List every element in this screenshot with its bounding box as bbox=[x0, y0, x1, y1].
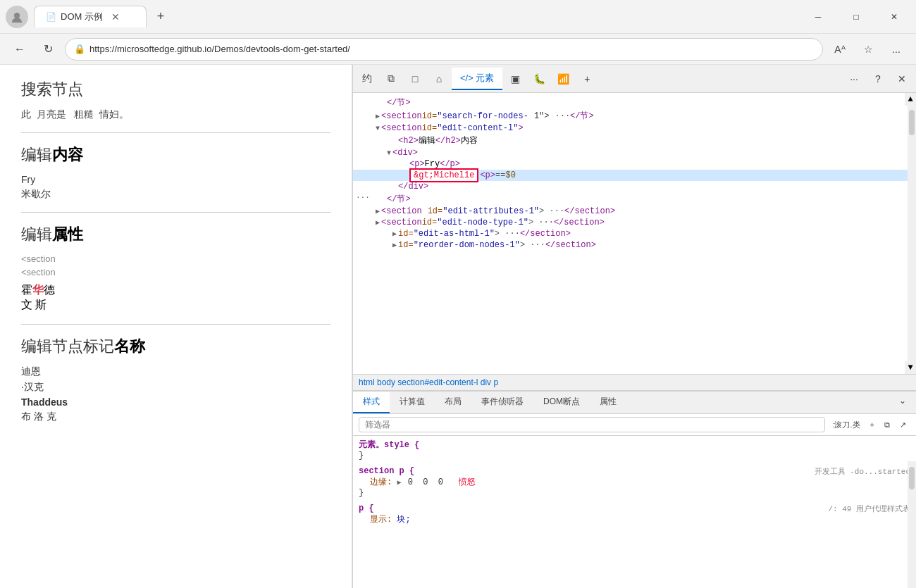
list-item: 布 洛 克 bbox=[21, 411, 330, 423]
highlighted-node: &gt;Michel1e bbox=[409, 168, 478, 182]
dom-line: <section id= "edit-node-type-1" > ··· </… bbox=[353, 217, 916, 228]
list-item: 霍华德 bbox=[21, 283, 330, 298]
lock-icon: 🔒 bbox=[74, 44, 85, 54]
list-item: Thaddeus bbox=[21, 396, 330, 408]
dom-line: </div> bbox=[353, 181, 916, 192]
expand-icon[interactable] bbox=[392, 229, 397, 239]
add-rule-button[interactable]: + bbox=[866, 419, 879, 430]
left-dots: ··· bbox=[356, 193, 370, 201]
profile-avatar[interactable] bbox=[6, 6, 28, 28]
section2-list: Fry 米歇尔 bbox=[21, 174, 330, 201]
dom-scrollbar-thumb[interactable] bbox=[909, 110, 915, 135]
section3-divider bbox=[21, 324, 330, 325]
expand-icon[interactable] bbox=[376, 123, 380, 133]
section4-list: 迪恩 ·汉克 Thaddeus 布 洛 克 bbox=[21, 365, 330, 423]
more-button[interactable]: ... bbox=[885, 38, 908, 61]
list-item: 文 斯 bbox=[21, 298, 330, 313]
home-button[interactable]: ⌂ bbox=[428, 68, 450, 90]
css-rule-section-p: section p { 开发工具 -do...started 边缘: 0 0 0… bbox=[359, 466, 910, 498]
styles-scrollbar-thumb[interactable] bbox=[909, 467, 915, 489]
tab-properties[interactable]: 属性 bbox=[590, 392, 626, 413]
svg-point-0 bbox=[14, 13, 20, 18]
section3-items: 霍华德 文 斯 bbox=[21, 283, 330, 313]
dom-panel: ▲ ··· </节> <section id= "search-for-node… bbox=[353, 93, 916, 374]
expand-icon[interactable] bbox=[376, 206, 380, 216]
section3-devtools1: <section bbox=[21, 254, 330, 264]
section3-devtools2: <section bbox=[21, 267, 330, 277]
styles-filter-input[interactable] bbox=[359, 417, 825, 432]
favorites-button[interactable]: ☆ bbox=[857, 38, 879, 61]
close-window-button[interactable]: ✕ bbox=[878, 6, 910, 28]
window-controls: ─ □ ✕ bbox=[802, 6, 910, 28]
inspect-tool-button[interactable]: 约 bbox=[356, 68, 378, 90]
expand-icon[interactable] bbox=[376, 111, 380, 121]
tab-elements[interactable]: </> 元素 bbox=[452, 68, 502, 90]
refresh-button[interactable]: ↻ bbox=[37, 38, 59, 61]
tab-layout[interactable]: 布局 bbox=[435, 392, 471, 413]
addressbar: ← ↻ 🔒 https://microsoftedge.github.io/De… bbox=[0, 34, 916, 65]
tab-bug-icon[interactable]: 🐛 bbox=[528, 68, 550, 90]
tab-close-button[interactable]: ✕ bbox=[111, 11, 120, 23]
scroll-up-arrow[interactable]: ▲ bbox=[905, 93, 916, 106]
section4-title: 编辑节点标记名称 bbox=[21, 336, 330, 357]
dom-line: <section id= "edit-attributes-1" > ··· <… bbox=[353, 206, 916, 217]
section2-title: 编辑内容 bbox=[21, 144, 330, 165]
scroll-down-arrow[interactable]: ▼ bbox=[905, 361, 916, 374]
styles-scrollbar[interactable] bbox=[908, 461, 916, 588]
expand-icon[interactable] bbox=[392, 240, 397, 250]
css-rule-element-style: 元素。style { } bbox=[359, 439, 910, 461]
dom-scrollbar[interactable] bbox=[908, 104, 916, 363]
tab-styles[interactable]: 样式 bbox=[353, 392, 390, 413]
external-link-button[interactable]: ↗ bbox=[896, 419, 910, 431]
tab-page-icon: 📄 bbox=[46, 12, 56, 22]
list-item: 迪恩 bbox=[21, 365, 330, 378]
styles-tabs: 样式 计算值 布局 事件侦听器 DOM断点 属性 ⌄ bbox=[353, 392, 916, 414]
reader-view-button[interactable]: Aᴬ bbox=[829, 38, 851, 61]
section3-title: 编辑属性 bbox=[21, 224, 330, 245]
section2-divider bbox=[21, 212, 330, 213]
list-item: Fry bbox=[21, 174, 330, 185]
expand-icon[interactable] bbox=[397, 480, 401, 487]
dom-line: <h2> 编辑 </h2> 内容 bbox=[353, 134, 916, 147]
dom-line: </节> bbox=[353, 192, 916, 206]
tab-add-button[interactable]: + bbox=[576, 68, 598, 90]
address-box[interactable]: 🔒 https://microsoftedge.github.io/Demos/… bbox=[65, 38, 823, 61]
devtools-more-button[interactable]: ··· bbox=[843, 68, 865, 90]
devtools-toolbar: 约 ⧉ □ ⌂ </> 元素 ▣ 🐛 📶 + ··· ? ✕ bbox=[353, 65, 916, 93]
expand-icon[interactable] bbox=[387, 148, 391, 158]
expand-icon[interactable] bbox=[376, 218, 380, 227]
active-tab[interactable]: 📄 DOM 示例 ✕ bbox=[34, 6, 147, 27]
devtools-help-button[interactable]: ? bbox=[867, 68, 889, 90]
devtools-close-button[interactable]: ✕ bbox=[891, 68, 913, 90]
titlebar: 📄 DOM 示例 ✕ + ─ □ ✕ bbox=[0, 0, 916, 34]
new-tab-button[interactable]: + bbox=[149, 6, 172, 28]
maximize-button[interactable]: □ bbox=[840, 6, 872, 28]
minimize-button[interactable]: ─ bbox=[802, 6, 834, 28]
selected-dom-line[interactable]: &gt;Michel1e <p> == $0 bbox=[353, 170, 916, 181]
tab-computed[interactable]: 计算值 bbox=[390, 392, 435, 413]
styles-filter-row: :滚刀.类 + ⧉ ↗ bbox=[353, 414, 916, 436]
tab-dom-breakpoints[interactable]: DOM断点 bbox=[533, 392, 590, 413]
copy-button[interactable]: ⧉ bbox=[880, 419, 894, 431]
dom-line: </节> bbox=[353, 96, 916, 109]
tab-event-listeners[interactable]: 事件侦听器 bbox=[471, 392, 533, 413]
tab-console-icon[interactable]: ▣ bbox=[504, 68, 526, 90]
tab-expand-icon[interactable]: ⌄ bbox=[889, 392, 916, 413]
list-item: 米歇尔 bbox=[21, 188, 330, 201]
tab-strip: 📄 DOM 示例 ✕ + bbox=[34, 6, 802, 28]
filter-hint: :滚刀.类 bbox=[828, 418, 864, 432]
tab-network-icon[interactable]: 📶 bbox=[552, 68, 574, 90]
section3-list: <section <section bbox=[21, 254, 330, 277]
section1-divider bbox=[21, 132, 330, 133]
address-text: https://microsoftedge.github.io/Demos/de… bbox=[89, 44, 814, 54]
section1-text: 此 月亮是 粗糙 情妇。 bbox=[21, 108, 330, 121]
breadcrumb-text[interactable]: html body section#edit-content-l div p bbox=[359, 377, 498, 387]
breadcrumb: html body section#edit-content-l div p bbox=[353, 374, 916, 391]
back-button[interactable]: ← bbox=[8, 38, 31, 61]
split-button[interactable]: □ bbox=[404, 68, 426, 90]
styles-content: 元素。style { } section p { 开发工具 -do...star… bbox=[353, 436, 916, 588]
dom-line: id= "edit-as-html-1" > ··· </section> bbox=[353, 228, 916, 239]
dom-line: <section id= "edit-content-l" > bbox=[353, 123, 916, 134]
filter-actions: :滚刀.类 + ⧉ ↗ bbox=[828, 418, 910, 432]
device-emulation-button[interactable]: ⧉ bbox=[380, 68, 402, 90]
